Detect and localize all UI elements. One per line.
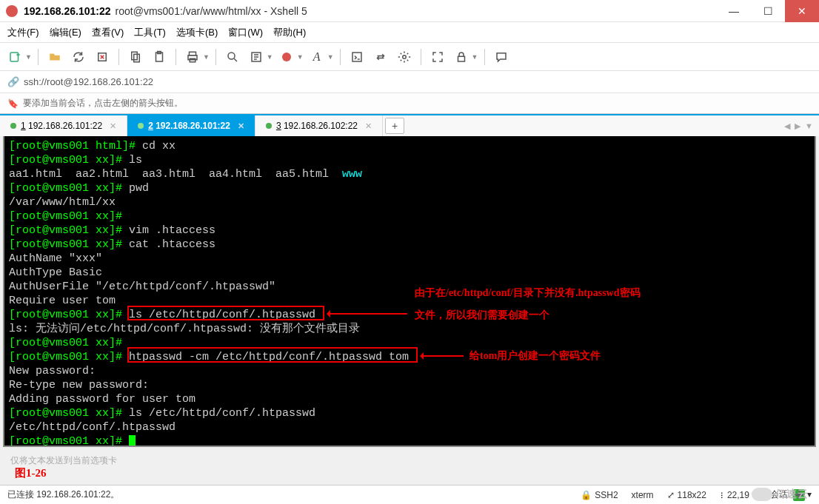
tab-next-icon[interactable]: ▶ [795,121,800,131]
status-size: ⤢ 118x22 [667,490,706,500]
titlebar: 192.168.26.101:22 root@vms001:/var/www/h… [0,0,819,22]
annotation-1-line1: 由于在/etc/httpd/conf/目录下并没有.htpasswd密码 [415,286,641,300]
color-icon[interactable] [276,47,297,67]
open-icon[interactable] [44,47,65,67]
add-tab-button[interactable]: + [385,118,404,134]
title-host: 192.168.26.101:22 [24,5,111,17]
input-placeholder: 仅将文本发送到当前选项卡 [10,454,117,467]
tab-menu-icon[interactable]: ▼ [805,121,813,130]
toolbar: ▼ ▼ ▼ ▼ A ▼ ▼ [0,43,819,71]
status-term: xterm [632,490,654,500]
tab-nav: ◀ ▶ ▼ [784,115,819,136]
menu-window[interactable]: 窗口(W) [228,26,263,39]
print-icon[interactable] [182,47,203,67]
highlight-box-2 [127,347,418,363]
terminal[interactable]: [root@vms001 html]# cd xx [root@vms001 x… [3,136,816,447]
lock-icon[interactable] [451,47,472,67]
help-icon[interactable] [491,47,512,67]
reconnect-icon[interactable] [68,47,89,67]
title-path: root@vms001:/var/www/html/xx - Xshell 5 [116,5,307,17]
tab-2[interactable]: 2 192.168.26.101:22 ✕ [127,115,255,136]
info-text: 要添加当前会话，点击左侧的箭头按钮。 [23,97,183,110]
address-text: ssh://root@192.168.26.101:22 [24,76,153,87]
svg-rect-14 [458,56,464,61]
tab-close-icon[interactable]: ✕ [110,121,116,131]
new-dropdown-icon[interactable]: ▼ [25,53,32,61]
properties-icon[interactable] [246,47,267,67]
maximize-button[interactable]: ☐ [751,0,785,22]
tab-close-icon[interactable]: ✕ [238,121,244,131]
link-icon: 🔗 [7,76,19,87]
terminal-output: [root@vms001 html]# cd xx [root@vms001 x… [9,139,810,447]
figure-label: 图1-26 [15,466,47,480]
tab-label: 3 192.168.26.102:22 [276,121,358,131]
menu-view[interactable]: 查看(V) [92,26,124,39]
info-bar: 🔖 要添加当前会话，点击左侧的箭头按钮。 [0,93,819,114]
paste-icon[interactable] [149,47,170,67]
status-dot-icon [10,123,16,129]
status-dot-icon [266,123,272,129]
window-buttons: — ☐ ✕ [717,0,819,22]
menu-tools[interactable]: 工具(T) [134,26,166,39]
watermark: 亿速云 [752,488,809,501]
status-pos: ⫶ 22,19 [720,490,749,500]
tab-3[interactable]: 3 192.168.26.102:22 ✕ [255,115,383,136]
find-icon[interactable] [222,47,243,67]
close-button[interactable]: ✕ [785,0,819,22]
new-session-icon[interactable] [4,47,25,67]
menu-edit[interactable]: 编辑(E) [50,26,81,39]
watermark-text: 亿速云 [775,488,809,501]
minimize-button[interactable]: — [717,0,751,22]
font-dropdown-icon[interactable]: ▼ [327,53,334,61]
lock-dropdown-icon[interactable]: ▼ [472,53,478,61]
color-dropdown-icon[interactable]: ▼ [297,53,304,61]
arrow-2 [422,355,464,357]
address-bar[interactable]: 🔗 ssh://root@192.168.26.101:22 [0,71,819,93]
annotation-2: 给tom用户创建一个密码文件 [469,349,601,363]
tab-prev-icon[interactable]: ◀ [784,121,790,131]
tab-strip: 1 192.168.26.101:22 ✕ 2 192.168.26.101:2… [0,114,819,136]
tab-label: 1 192.168.26.101:22 [21,121,102,131]
font-icon[interactable]: A [307,47,327,67]
svg-point-13 [402,55,406,58]
svg-point-9 [228,53,235,59]
disconnect-icon[interactable] [92,47,113,67]
status-bar: 已连接 192.168.26.101:22。 🔒 SSH2 xterm ⤢ 11… [0,485,819,504]
tab-1[interactable]: 1 192.168.26.101:22 ✕ [0,115,127,136]
print-dropdown-icon[interactable]: ▼ [203,53,210,61]
properties-dropdown-icon[interactable]: ▼ [267,53,273,61]
svg-rect-0 [10,53,19,61]
status-dot-icon [138,123,144,129]
copy-icon[interactable] [125,47,146,67]
arrow-1 [329,313,407,315]
svg-point-11 [282,53,291,61]
tab-close-icon[interactable]: ✕ [365,121,372,131]
bookmark-icon[interactable]: 🔖 [7,98,19,109]
status-connection: 已连接 192.168.26.101:22。 [7,488,119,501]
svg-rect-12 [352,53,361,61]
menu-help[interactable]: 帮助(H) [273,26,306,39]
menu-tabs[interactable]: 选项卡(B) [176,26,218,39]
menubar: 文件(F) 编辑(E) 查看(V) 工具(T) 选项卡(B) 窗口(W) 帮助(… [0,22,819,43]
app-icon [6,5,18,17]
fullscreen-icon[interactable] [427,47,448,67]
status-ssh: 🔒 SSH2 [581,490,618,500]
tab-label: 2 192.168.26.101:22 [148,121,230,131]
menu-file[interactable]: 文件(F) [7,26,39,39]
annotation-1-line2: 文件，所以我们需要创建一个 [415,308,549,322]
settings-icon[interactable] [394,47,415,67]
highlight-box-1 [127,306,324,320]
script-icon[interactable] [347,47,367,67]
transfer-icon[interactable] [370,47,391,67]
cloud-icon [752,488,772,501]
input-row[interactable]: 仅将文本发送到当前选项卡 [3,450,816,471]
